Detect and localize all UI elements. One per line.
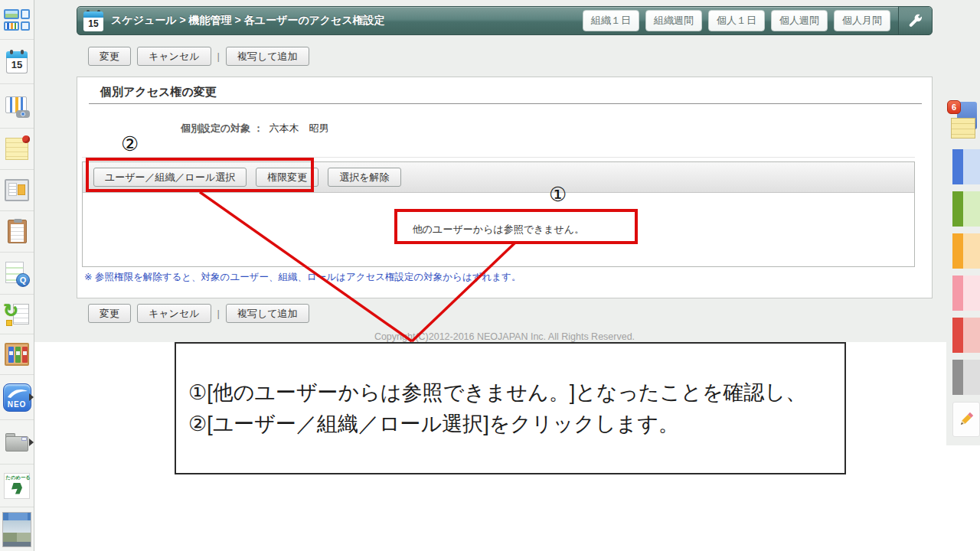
bookshelf-icon — [5, 343, 29, 366]
page-title: 個別アクセス権の変更 — [100, 85, 217, 99]
tutorial-slide: 15 Q ↻ NEO — [0, 0, 980, 551]
orange-label-icon[interactable] — [952, 233, 980, 269]
copyright-text: Copyright(C)2012-2016 NEOJAPAN Inc. All … — [77, 331, 933, 342]
toolbar-separator: | — [217, 308, 220, 319]
app-header: 15 スケジュール > 機能管理 > 各ユーザーのアクセス権設定 組織１日 組織… — [77, 6, 933, 35]
target-label: 個別設定の対象 — [181, 122, 250, 134]
settings-button[interactable] — [898, 7, 932, 34]
toolbar-separator: | — [217, 51, 220, 62]
step2-marker: ② — [121, 133, 139, 155]
calendar-day: 15 — [83, 18, 103, 31]
memo-shortcut[interactable]: 6 — [948, 102, 978, 140]
sidebar-item-circulation[interactable]: ↻ — [0, 295, 34, 334]
photo-banner-icon — [2, 512, 31, 547]
cancel-button[interactable]: キャンセル — [137, 47, 211, 66]
workflow-icon: ↻ — [5, 302, 29, 326]
neo-label: NEO — [4, 400, 31, 409]
access-rights-panel: 個別アクセス権の変更 個別設定の対象 ： 六本木 昭男 ユーザー／組織／ロール選… — [77, 77, 933, 298]
instruction-line-1: ①[他のユーザーからは参照できません。]となったことを確認し、 — [188, 377, 844, 409]
sidebar-item-presentation[interactable] — [0, 84, 34, 129]
bulletin-board-icon — [5, 179, 29, 201]
submenu-arrow-icon — [29, 439, 34, 446]
target-value: 六本木 昭男 — [270, 122, 329, 134]
copy-add-button[interactable]: 複写して追加 — [226, 304, 309, 323]
sidebar-item-tanomeru[interactable]: たのめーる — [0, 465, 34, 507]
sidebar-item-banner[interactable] — [0, 507, 34, 551]
view-button-org-day[interactable]: 組織１日 — [583, 10, 639, 31]
survey-q-icon: Q — [5, 262, 28, 285]
view-button-personal-day[interactable]: 個人１日 — [708, 10, 765, 31]
count-badge: 6 — [947, 100, 961, 114]
memo-icon — [5, 138, 28, 160]
pink-label-icon[interactable] — [952, 276, 980, 311]
instruction-box: ①[他のユーザーからは参照できません。]となったことを確認し、 ②[ユーザー／組… — [175, 342, 846, 474]
title-divider — [89, 103, 922, 104]
calendar-day: 15 — [6, 58, 28, 73]
bottom-toolbar: 変更 キャンセル | 複写して追加 — [88, 304, 309, 323]
sidebar-item-portal[interactable] — [0, 0, 34, 40]
step1-marker: ① — [549, 184, 567, 205]
red-label-icon[interactable] — [952, 318, 980, 353]
sidebar-item-todo[interactable] — [0, 211, 34, 253]
courier-figure-icon — [11, 483, 22, 494]
sticky-note-icon — [951, 118, 975, 139]
change-button[interactable]: 変更 — [88, 304, 131, 323]
folder-icon — [5, 433, 28, 452]
sidebar-item-cabinet[interactable] — [0, 420, 34, 465]
sidebar-item-documents[interactable] — [0, 334, 34, 375]
clipboard-icon — [8, 220, 27, 243]
target-row: 個別設定の対象 ： 六本木 昭男 — [181, 122, 329, 135]
sidebar-item-bulletin[interactable] — [0, 170, 34, 211]
sidebar-item-memo[interactable] — [0, 129, 34, 170]
tanomeru-icon: たのめーる — [4, 473, 30, 499]
schedule-icon: 15 — [6, 50, 28, 73]
empty-message: 他のユーザーからは参照できません。 — [413, 223, 584, 236]
change-button[interactable]: 変更 — [88, 47, 131, 66]
note-text: ※ 参照権限を解除すると、対象のユーザー、組織、ロールはアクセス権設定の対象から… — [84, 271, 521, 284]
neo-app-icon: NEO — [3, 383, 31, 412]
copy-add-button[interactable]: 複写して追加 — [226, 47, 309, 66]
sidebar-item-neo[interactable]: NEO — [0, 375, 34, 420]
list-divider — [82, 157, 915, 158]
gray-label-icon[interactable] — [952, 360, 980, 395]
app-launcher-sidebar: 15 Q ↻ NEO — [0, 0, 34, 551]
portal-icon — [4, 9, 30, 31]
schedule-header-icon: 15 — [83, 10, 103, 31]
select-user-org-role-button[interactable]: ユーザー／組織／ロール選択 — [93, 168, 247, 187]
breadcrumb: スケジュール > 機能管理 > 各ユーザーのアクセス権設定 — [111, 14, 385, 28]
wrench-icon — [908, 13, 923, 28]
submenu-arrow-icon — [29, 393, 34, 401]
change-permission-button[interactable]: 権限変更 — [256, 168, 318, 187]
permission-listbox: ユーザー／組織／ロール選択 権限変更 選択を解除 他のユーザーからは参照できませ… — [82, 161, 915, 267]
cancel-button[interactable]: キャンセル — [137, 304, 211, 323]
view-button-org-week[interactable]: 組織週間 — [645, 10, 702, 31]
top-toolbar: 変更 キャンセル | 複写して追加 — [88, 47, 309, 66]
blue-label-icon[interactable] — [952, 149, 980, 184]
view-button-personal-week[interactable]: 個人週間 — [771, 10, 828, 31]
listbox-toolbar: ユーザー／組織／ロール選択 権限変更 選択を解除 — [83, 162, 914, 193]
tanomeru-label: たのめーる — [6, 474, 28, 481]
listbox-body: 他のユーザーからは参照できません。 — [83, 193, 914, 266]
clear-selection-button[interactable]: 選択を解除 — [328, 168, 400, 187]
sidebar-item-survey[interactable]: Q — [0, 253, 34, 295]
pencil-shortcut[interactable] — [952, 402, 980, 437]
instruction-line-2: ②[ユーザー／組織／ロール選択]をクリックします。 — [188, 409, 844, 440]
sidebar-item-schedule[interactable]: 15 — [0, 40, 34, 84]
green-label-icon[interactable] — [952, 191, 980, 227]
view-button-personal-month[interactable]: 個人月間 — [834, 10, 890, 31]
presentation-icon — [4, 95, 30, 118]
pencil-icon — [957, 410, 975, 429]
